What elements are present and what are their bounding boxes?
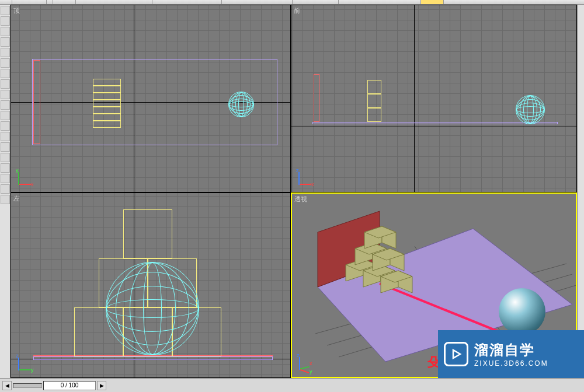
toolbar-segment[interactable]: [152, 0, 222, 4]
tool-button[interactable]: [1, 163, 10, 173]
viewport-top[interactable]: 顶 x y: [11, 5, 291, 192]
wire-box: [93, 100, 121, 107]
axis-line-v: [414, 5, 415, 192]
watermark-banner: 溜溜自学 ZIXUE.3D66.COM: [438, 330, 584, 378]
axis-gizmo: x y: [16, 166, 37, 187]
watermark-url: ZIXUE.3D66.COM: [474, 359, 548, 368]
tool-button[interactable]: [1, 37, 10, 47]
watermark-title: 溜溜自学: [474, 341, 548, 359]
tool-button[interactable]: [1, 79, 10, 89]
timeline-bar: ◀ 0 / 100 ▶: [0, 378, 584, 392]
axis-gizmo: y z: [16, 352, 37, 373]
wire-box: [93, 107, 121, 114]
watermark-logo-icon: [444, 342, 468, 366]
svg-marker-26: [453, 350, 460, 358]
tool-button[interactable]: [1, 69, 10, 78]
axis-line-h: [291, 127, 576, 127]
wire-box: [93, 86, 121, 93]
wire-sphere: [516, 95, 545, 124]
wire-box: [367, 108, 381, 122]
toolbar-segment[interactable]: [420, 0, 444, 4]
viewport-label: 顶: [13, 6, 20, 15]
frame-display: 0 / 100: [43, 381, 96, 390]
toolbar-segment[interactable]: [53, 0, 76, 4]
wire-box: [123, 209, 172, 258]
timeline-next-button[interactable]: ▶: [97, 381, 106, 390]
tool-button[interactable]: [1, 184, 10, 194]
toolbar-segment[interactable]: [292, 0, 339, 4]
axis-gizmo: x z: [296, 166, 317, 187]
tool-button[interactable]: [1, 58, 10, 68]
axis-gizmo: z x y: [297, 351, 318, 372]
wire-sphere: [228, 92, 254, 117]
tool-button[interactable]: [1, 90, 10, 99]
wire-wall: [314, 74, 319, 122]
scene-sphere: [499, 288, 545, 335]
tool-button[interactable]: [1, 121, 10, 131]
wire-box: [367, 94, 381, 108]
wire-box: [93, 121, 121, 128]
wire-box: [93, 79, 121, 86]
wire-ground: [33, 356, 273, 360]
left-toolbar: [0, 5, 11, 378]
tool-button[interactable]: [1, 142, 10, 152]
viewport-label: 左: [13, 194, 20, 203]
tool-button[interactable]: [1, 174, 10, 183]
tool-button[interactable]: [1, 153, 10, 162]
viewport-front[interactable]: 前 x z: [291, 5, 577, 192]
wire-box: [93, 93, 121, 100]
toolbar-segment[interactable]: [12, 0, 47, 4]
tool-button[interactable]: [1, 100, 10, 110]
viewport-left[interactable]: 左 y z: [11, 192, 291, 378]
wire-sphere: [106, 262, 199, 355]
wire-wall: [33, 60, 40, 144]
top-toolbar: [0, 0, 584, 5]
tool-button[interactable]: [1, 132, 10, 141]
wire-ground: [312, 122, 558, 124]
timeline-slider[interactable]: [13, 383, 42, 388]
tool-button[interactable]: [1, 16, 10, 26]
viewport-label: 透视: [294, 195, 307, 204]
right-panel-strip[interactable]: [577, 5, 584, 378]
tool-button[interactable]: [1, 6, 10, 15]
viewport-label: 前: [294, 6, 300, 15]
wire-box: [93, 114, 121, 121]
tool-button[interactable]: [1, 195, 10, 204]
tool-button[interactable]: [1, 48, 10, 57]
viewport-container: 顶 x y 前: [11, 5, 577, 378]
tool-button[interactable]: [1, 111, 10, 120]
tool-button[interactable]: [1, 27, 10, 36]
wire-box: [367, 80, 381, 94]
timeline-prev-button[interactable]: ◀: [2, 381, 12, 390]
